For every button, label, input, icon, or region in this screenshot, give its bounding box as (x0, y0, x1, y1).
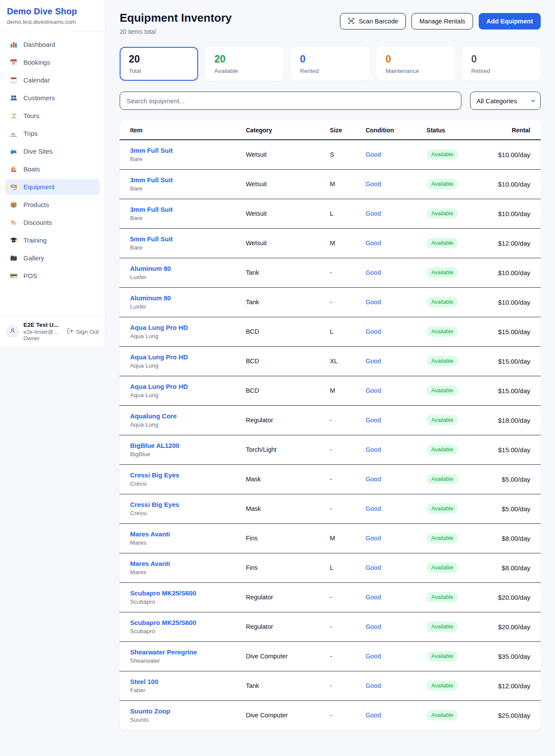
condition-link[interactable]: Good (366, 210, 381, 217)
item-link[interactable]: Cressi Big Eyes (130, 501, 179, 508)
category-select[interactable]: All Categories (470, 92, 541, 110)
cell-rental: $10.00/day (498, 199, 541, 228)
condition-link[interactable]: Good (366, 328, 381, 335)
sign-out-button[interactable]: Sign Out (67, 328, 99, 335)
status-badge: Available (427, 710, 458, 720)
item-link[interactable]: Cressi Big Eyes (130, 471, 179, 479)
condition-link[interactable]: Good (366, 299, 381, 306)
cell-category: Wetsuit (246, 169, 330, 199)
sidebar-item-gallery[interactable]: Gallery (5, 250, 100, 266)
item-link[interactable]: 5mm Full Suit (130, 235, 173, 243)
stat-label: Retired (471, 68, 532, 74)
item-brand: Scubapro (130, 628, 246, 634)
bar-chart-icon (10, 40, 18, 49)
sidebar-item-label: Dive Sites (23, 148, 53, 155)
column-header-rental: Rental (498, 120, 541, 140)
status-badge: Available (427, 179, 458, 189)
sidebar-item-trips[interactable]: Trips (5, 125, 100, 141)
condition-link[interactable]: Good (366, 623, 381, 630)
page-title: Equipment Inventory (120, 11, 232, 25)
item-link[interactable]: Aqualung Core (130, 412, 177, 420)
item-link[interactable]: BigBlue AL1200 (130, 442, 180, 449)
condition-link[interactable]: Good (366, 417, 381, 424)
sidebar-item-products[interactable]: Products (5, 197, 100, 213)
item-link[interactable]: Steel 100 (130, 678, 158, 685)
cell-rental: $25.00/day (498, 700, 541, 730)
column-header-status: Status (427, 120, 498, 140)
item-link[interactable]: Aluminum 80 (130, 265, 171, 272)
stat-card-maintenance[interactable]: 0 Maintenance (376, 47, 455, 81)
sidebar-item-label: Gallery (23, 254, 44, 262)
sidebar-item-label: Bookings (23, 59, 50, 66)
condition-link[interactable]: Good (366, 358, 381, 365)
manage-rentals-button[interactable]: Manage Rentals (411, 13, 473, 30)
cell-rental: $10.00/day (498, 287, 541, 317)
item-link[interactable]: Scubapro MK25/S600 (130, 619, 196, 626)
status-badge: Available (427, 326, 458, 337)
condition-link[interactable]: Good (366, 181, 381, 187)
scan-barcode-button[interactable]: Scan Barcode (340, 13, 406, 30)
cell-rental: $15.00/day (498, 346, 541, 376)
stat-card-total[interactable]: 20 Total (120, 47, 198, 81)
sidebar-item-customers[interactable]: Customers (5, 90, 100, 106)
condition-link[interactable]: Good (366, 535, 381, 542)
condition-link[interactable]: Good (366, 476, 381, 483)
item-link[interactable]: 3mm Full Suit (130, 176, 173, 184)
condition-link[interactable]: Good (366, 653, 381, 660)
item-link[interactable]: Scubapro MK25/S600 (130, 589, 196, 597)
sidebar-item-dashboard[interactable]: Dashboard (5, 36, 100, 53)
table-row: 3mm Full Suit Bare Wetsuit S Good Availa… (120, 140, 541, 169)
condition-link[interactable]: Good (366, 564, 381, 571)
condition-link[interactable]: Good (366, 594, 381, 601)
sidebar-item-boats[interactable]: Boats (5, 161, 100, 177)
item-link[interactable]: 3mm Full Suit (130, 147, 173, 154)
cell-size: - (330, 435, 366, 464)
person-icon (9, 327, 16, 336)
table-row: Cressi Big Eyes Cressi Mask - Good Avail… (120, 464, 541, 494)
condition-link[interactable]: Good (366, 387, 381, 394)
barcode-scan-icon (348, 17, 355, 26)
condition-link[interactable]: Good (366, 682, 381, 689)
sidebar-item-label: Discounts (23, 219, 52, 226)
item-link[interactable]: Shearwater Peregrine (130, 648, 197, 656)
sidebar-item-training[interactable]: Training (5, 232, 100, 248)
stat-card-rented[interactable]: 0 Rented (291, 47, 369, 81)
status-badge: Available (427, 651, 458, 661)
sidebar-item-calendar[interactable]: Calendar (5, 72, 100, 88)
item-link[interactable]: 3mm Full Suit (130, 206, 173, 213)
item-link[interactable]: Aqua Lung Pro HD (130, 353, 188, 361)
item-link[interactable]: Mares Avanti (130, 530, 170, 538)
condition-link[interactable]: Good (366, 505, 381, 512)
cell-size: - (330, 464, 366, 494)
sidebar-item-dive-sites[interactable]: Dive Sites (5, 143, 100, 159)
stat-card-retired[interactable]: 0 Retired (462, 47, 541, 81)
condition-link[interactable]: Good (366, 151, 381, 158)
graduation-cap-icon (10, 236, 18, 244)
item-link[interactable]: Aqua Lung Pro HD (130, 383, 188, 390)
condition-link[interactable]: Good (366, 240, 381, 247)
sidebar-item-equipment[interactable]: Equipment (5, 179, 100, 195)
sidebar-item-bookings[interactable]: 17 Bookings (5, 54, 100, 70)
search-input[interactable] (120, 92, 461, 110)
cell-rental: $18.00/day (498, 405, 541, 435)
condition-link[interactable]: Good (366, 712, 381, 719)
item-link[interactable]: Suunto Zoop (130, 707, 170, 715)
item-link[interactable]: Aqua Lung Pro HD (130, 324, 188, 331)
brand-name: Demo Dive Shop (7, 7, 98, 16)
sidebar-item-discounts[interactable]: Discounts (5, 214, 100, 230)
column-header-condition: Condition (366, 120, 427, 140)
item-link[interactable]: Mares Avanti (130, 560, 170, 567)
table-row: Cressi Big Eyes Cressi Mask - Good Avail… (120, 494, 541, 523)
item-brand: Aqua Lung (130, 421, 246, 428)
table-row: Aqua Lung Pro HD Aqua Lung BCD M Good Av… (120, 376, 541, 405)
sidebar-item-tours[interactable]: Tours (5, 108, 100, 124)
add-equipment-button[interactable]: Add Equipment (479, 13, 541, 30)
condition-link[interactable]: Good (366, 269, 381, 276)
item-link[interactable]: Aluminum 80 (130, 294, 171, 302)
table-header-row: Item Category Size Condition Status Rent… (120, 120, 541, 140)
item-brand: Bare (130, 215, 246, 221)
sidebar-item-pos[interactable]: POS (5, 268, 100, 284)
item-brand: Aqua Lung (130, 392, 246, 398)
condition-link[interactable]: Good (366, 446, 381, 453)
stat-card-available[interactable]: 20 Available (205, 47, 284, 81)
